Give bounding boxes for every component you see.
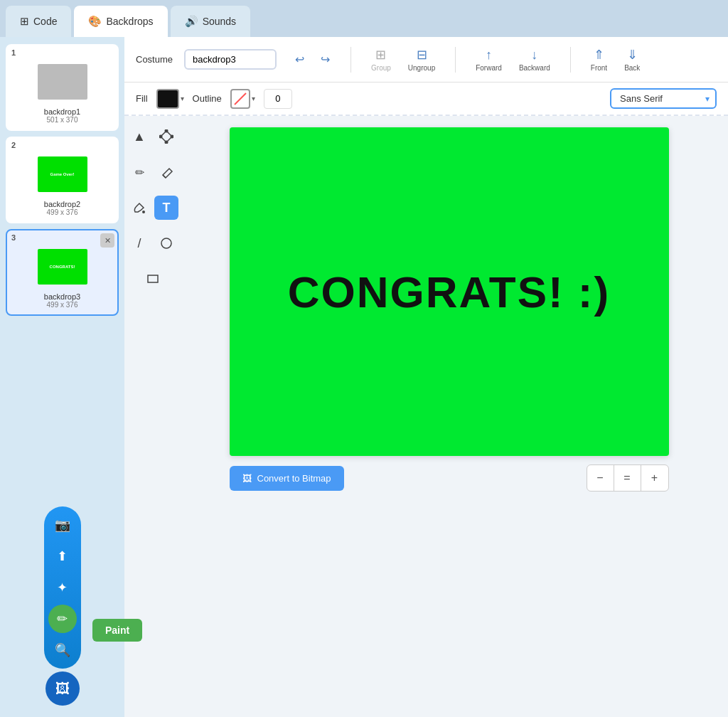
forward-btn[interactable]: ↑ Forward [470, 45, 508, 75]
image-fab-btn[interactable]: 🖼 [46, 671, 80, 706]
backdrop-item-3[interactable]: 3 ✕ CONGRATS! backdrop3 499 x 376 [6, 229, 119, 316]
group-btn[interactable]: ⊞ Group [365, 44, 397, 75]
tools-row-4: / [127, 231, 178, 255]
tab-code[interactable]: ⊞ Code [6, 6, 71, 37]
outline-arrow-icon[interactable]: ▾ [252, 95, 255, 102]
canvas-bottom-bar: 🖼 Convert to Bitmap − = + [230, 464, 669, 492]
delete-backdrop-btn[interactable]: ✕ [100, 233, 114, 248]
fill-arrow-icon[interactable]: ▾ [181, 95, 184, 102]
circle-tool-btn[interactable] [154, 231, 178, 255]
backward-btn[interactable]: ↓ Backward [513, 45, 556, 75]
tools-row-5 [141, 267, 165, 291]
backdrop-number-3: 3 [11, 233, 16, 242]
outline-swatch[interactable] [230, 89, 250, 109]
zoom-in-btn[interactable]: + [641, 465, 668, 491]
eraser-icon [159, 165, 173, 179]
tab-backdrops-label: Backdrops [106, 16, 153, 27]
fill-swatch-group: ▾ [156, 89, 184, 109]
svg-point-9 [161, 238, 171, 248]
back-btn[interactable]: ⇓ Back [619, 44, 646, 75]
fill-color-swatch[interactable] [156, 89, 179, 109]
brush-tool-btn[interactable]: ✏ [127, 160, 151, 184]
ungroup-btn[interactable]: ⊟ Ungroup [402, 44, 441, 75]
editor-panel: Costume backdrop3 ↩ ↪ ⊞ Group ⊟ Ungroup [124, 37, 728, 717]
tab-code-label: Code [33, 16, 57, 27]
rect-icon [146, 272, 160, 286]
reshape-tool-btn[interactable] [154, 124, 178, 149]
forward-label: Forward [476, 64, 502, 72]
canvas-area: CONGRATS! :) 🖼 Convert to Bitmap − = + [181, 116, 728, 717]
camera-fab-btn[interactable]: 📷 [48, 511, 77, 539]
tools-row-1: ▲ [127, 124, 178, 149]
divider-1 [350, 47, 351, 73]
undo-redo-group: ↩ ↪ [288, 48, 336, 71]
tools-row-3: T [127, 196, 178, 220]
left-panel: 1 backdrop1 501 x 370 2 Game Over! backd… [0, 37, 124, 717]
order-controls: ↑ Forward ↓ Backward [470, 45, 556, 75]
svg-line-0 [235, 93, 246, 105]
main-layout: 1 backdrop1 501 x 370 2 Game Over! backd… [0, 37, 728, 717]
outline-label: Outline [193, 93, 222, 104]
redo-btn[interactable]: ↪ [314, 48, 336, 71]
tab-sounds[interactable]: 🔊 Sounds [171, 6, 250, 37]
tab-backdrops[interactable]: 🎨 Backdrops [74, 6, 167, 37]
tab-sounds-label: Sounds [203, 16, 236, 27]
group-controls: ⊞ Group ⊟ Ungroup [365, 44, 441, 75]
group-icon: ⊞ [375, 47, 386, 63]
reshape-icon [159, 129, 173, 144]
fab-group: 📷 ⬆ ✦ ✏ 🔍 [44, 506, 81, 669]
paint-fab-btn[interactable]: ✏ [48, 605, 77, 633]
editor-toolbar-1: Costume backdrop3 ↩ ↪ ⊞ Group ⊟ Ungroup [124, 37, 728, 83]
thumb-green-text-3: CONGRATS! [50, 265, 75, 269]
fill-tool-btn[interactable] [127, 196, 151, 220]
text-tool-btn[interactable]: T [154, 196, 178, 220]
upload-fab-btn[interactable]: ⬆ [48, 542, 77, 570]
backward-label: Backward [519, 64, 550, 72]
outline-value-input[interactable]: 0 [264, 89, 292, 109]
backdrop-number-2: 2 [11, 141, 16, 149]
font-select-wrap: Sans Serif Serif Handwriting Marker Curl… [610, 88, 717, 109]
front-icon: ⇑ [594, 47, 604, 63]
rect-tool-btn[interactable] [141, 267, 165, 291]
circle-icon [159, 236, 173, 250]
backdrop-thumb-1 [13, 58, 112, 105]
zoom-fit-btn[interactable]: = [614, 465, 641, 491]
fab-container: 📷 ⬆ ✦ ✏ 🔍 🖼 [44, 506, 81, 706]
svg-rect-10 [148, 275, 158, 282]
outline-swatch-group: ▾ [230, 89, 255, 109]
back-icon: ⇓ [627, 47, 638, 63]
undo-btn[interactable]: ↩ [288, 48, 311, 71]
svg-line-7 [163, 175, 166, 178]
tools-row-2: ✏ [127, 160, 178, 184]
search-fab-btn[interactable]: 🔍 [48, 636, 77, 664]
ungroup-label: Ungroup [408, 64, 435, 72]
backdrop-item-1[interactable]: 1 backdrop1 501 x 370 [6, 44, 119, 131]
backdrop-thumb-3: CONGRATS! [13, 243, 112, 290]
convert-icon: 🖼 [242, 473, 252, 484]
backdrop-name-2: backdrop2 [13, 200, 112, 208]
costume-name-input[interactable]: backdrop3 [184, 49, 277, 70]
divider-3 [570, 47, 571, 73]
backdrop-item-2[interactable]: 2 Game Over! backdrop2 499 x 376 [6, 137, 119, 223]
paint-label[interactable]: Paint [92, 619, 142, 642]
eraser-tool-btn[interactable] [154, 160, 178, 184]
sparkle-fab-btn[interactable]: ✦ [48, 573, 77, 602]
font-select[interactable]: Sans Serif Serif Handwriting Marker Curl… [610, 88, 717, 109]
thumb-gray-1 [38, 64, 87, 100]
fill-label: Fill [136, 93, 148, 104]
convert-to-bitmap-btn[interactable]: 🖼 Convert to Bitmap [230, 466, 344, 491]
select-tool-btn[interactable]: ▲ [127, 124, 151, 149]
divider-2 [455, 47, 456, 73]
thumb-green-text-2: Game Over! [50, 172, 74, 176]
front-label: Front [591, 64, 607, 72]
front-btn[interactable]: ⇑ Front [585, 44, 613, 75]
canvas-frame[interactable]: CONGRATS! :) [230, 127, 669, 456]
code-icon: ⊞ [20, 15, 29, 28]
zoom-controls: − = + [587, 464, 669, 492]
front-back-controls: ⇑ Front ⇓ Back [585, 44, 646, 75]
zoom-out-btn[interactable]: − [587, 465, 614, 491]
line-tool-btn[interactable]: / [127, 231, 151, 255]
backdrop-name-1: backdrop1 [13, 107, 112, 116]
sounds-icon: 🔊 [185, 15, 198, 28]
canvas-text: CONGRATS! :) [288, 267, 610, 317]
